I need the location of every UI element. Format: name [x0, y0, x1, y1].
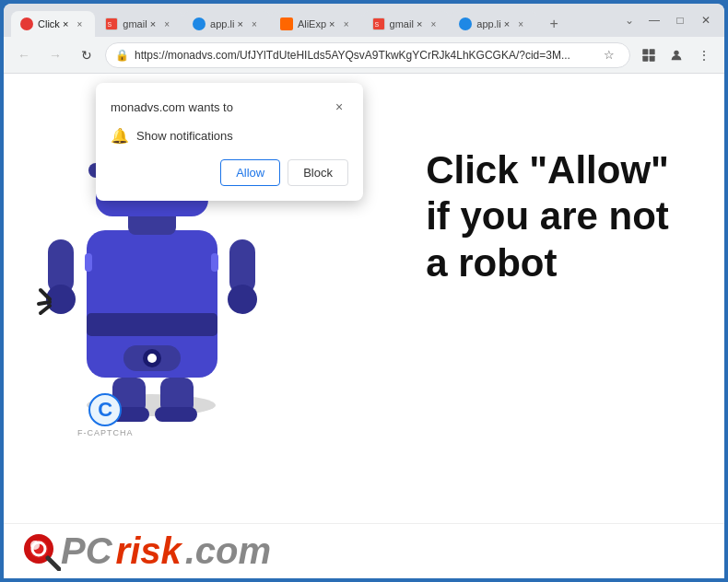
popup-title: monadvs.com wants to — [111, 100, 233, 114]
main-text-line3: a robot — [426, 240, 669, 286]
tab-close-3[interactable]: × — [248, 17, 261, 30]
tab-4[interactable]: AliExp × × — [271, 11, 362, 37]
svg-rect-51 — [211, 253, 218, 272]
minimize-button[interactable]: — — [643, 11, 665, 29]
tab-label-3: app.li × — [210, 18, 243, 29]
maximize-button[interactable]: □ — [669, 11, 691, 29]
tab-close-4[interactable]: × — [340, 17, 353, 30]
popup-close-button[interactable]: × — [330, 98, 348, 116]
navigation-bar: ← → ↻ 🔒 https://monadvs.com/UfJYlTdUteHI… — [4, 37, 724, 74]
pcrisk-logo: PC risk .com — [61, 530, 271, 572]
svg-text:S: S — [108, 21, 112, 28]
tab-label-1: Click × — [38, 18, 68, 29]
pc-text: PC — [61, 530, 112, 572]
tab-favicon-3 — [193, 17, 205, 30]
svg-rect-6 — [642, 55, 648, 61]
tab-scroll-icon[interactable]: ⌄ — [625, 14, 634, 27]
bookmark-button[interactable]: ☆ — [598, 44, 620, 66]
main-text-line1: Click "Allow" — [426, 147, 669, 193]
tab-label-6: app.li × — [476, 18, 510, 29]
bell-icon: 🔔 — [111, 127, 129, 145]
svg-line-14 — [41, 306, 50, 313]
close-button[interactable]: ✕ — [695, 11, 717, 29]
toolbar-icons: ⋮ — [636, 42, 717, 68]
svg-point-16 — [228, 285, 257, 314]
tab-close-6[interactable]: × — [514, 17, 527, 30]
back-button[interactable]: ← — [11, 42, 37, 68]
svg-text:S: S — [374, 21, 379, 28]
svg-rect-5 — [650, 49, 655, 54]
allow-button[interactable]: Allow — [220, 159, 280, 186]
address-bar[interactable]: 🔒 https://monadvs.com/UfJYlTdUteHILds5AY… — [105, 42, 630, 68]
popup-buttons: Allow Block — [111, 159, 348, 186]
profile-button[interactable] — [663, 42, 689, 68]
tab-label-5: gmail × — [390, 18, 423, 29]
window-controls: ⌄ — □ ✕ — [625, 11, 717, 29]
tab-label-4: AliExp × — [298, 18, 335, 29]
block-button[interactable]: Block — [288, 159, 348, 186]
tab-close-1[interactable]: × — [73, 17, 86, 30]
title-bar: Click × × S gmail × × app.li × × AliExp — [4, 4, 724, 37]
tab-3[interactable]: app.li × × — [183, 11, 270, 37]
pcrisk-search-icon — [22, 532, 61, 571]
tab-favicon-2: S — [105, 17, 118, 30]
svg-rect-4 — [642, 49, 648, 54]
svg-line-13 — [39, 302, 50, 304]
notification-popup: monadvs.com wants to × 🔔 Show notificati… — [96, 83, 363, 201]
pcrisk-footer: PC risk .com — [4, 523, 724, 578]
tab-favicon-6 — [459, 17, 472, 30]
tab-favicon-5: S — [372, 17, 385, 30]
tab-favicon-1 — [20, 17, 33, 30]
tab-close-2[interactable]: × — [160, 17, 173, 30]
tab-6[interactable]: app.li × × — [450, 11, 536, 37]
reload-button[interactable]: ↻ — [74, 42, 100, 68]
svg-point-8 — [674, 50, 678, 54]
tab-5[interactable]: S gmail × × — [363, 11, 450, 37]
tab-2[interactable]: S gmail × × — [96, 11, 182, 37]
address-bar-actions: ☆ — [598, 44, 620, 66]
captcha-area: C F-CAPTCHA — [77, 393, 134, 437]
com-text: .com — [185, 530, 271, 572]
security-lock-icon: 🔒 — [115, 49, 129, 62]
main-message: Click "Allow" if you are not a robot — [426, 147, 669, 286]
risk-text: risk — [116, 530, 182, 572]
svg-line-55 — [48, 558, 59, 569]
popup-permission-row: 🔔 Show notifications — [111, 127, 348, 145]
extensions-button[interactable] — [636, 42, 662, 68]
popup-header: monadvs.com wants to × — [111, 98, 348, 116]
permission-label: Show notifications — [136, 129, 233, 143]
tab-label-2: gmail × — [123, 18, 156, 29]
new-tab-button[interactable]: + — [541, 11, 567, 37]
chrome-menu-button[interactable]: ⋮ — [691, 42, 717, 68]
svg-rect-50 — [85, 253, 92, 272]
tabs-area: Click × × S gmail × × app.li × × AliExp — [11, 4, 625, 37]
captcha-icon: C — [88, 393, 122, 426]
captcha-label: F-CAPTCHA — [77, 428, 134, 437]
svg-point-21 — [147, 354, 157, 363]
tab-favicon-4 — [280, 17, 293, 30]
svg-rect-18 — [87, 313, 217, 336]
svg-rect-49 — [155, 407, 197, 422]
main-text-line2: if you are not — [426, 193, 669, 239]
forward-button[interactable]: → — [42, 42, 68, 68]
tab-1[interactable]: Click × × — [11, 11, 95, 37]
url-text: https://monadvs.com/UfJYlTdUteHILds5AYQs… — [135, 49, 593, 62]
svg-rect-7 — [650, 55, 655, 61]
browser-window: Click × × S gmail × × app.li × × AliExp — [4, 4, 724, 578]
page-content: monadvs.com wants to × 🔔 Show notificati… — [4, 74, 724, 578]
tab-close-5[interactable]: × — [427, 17, 440, 30]
